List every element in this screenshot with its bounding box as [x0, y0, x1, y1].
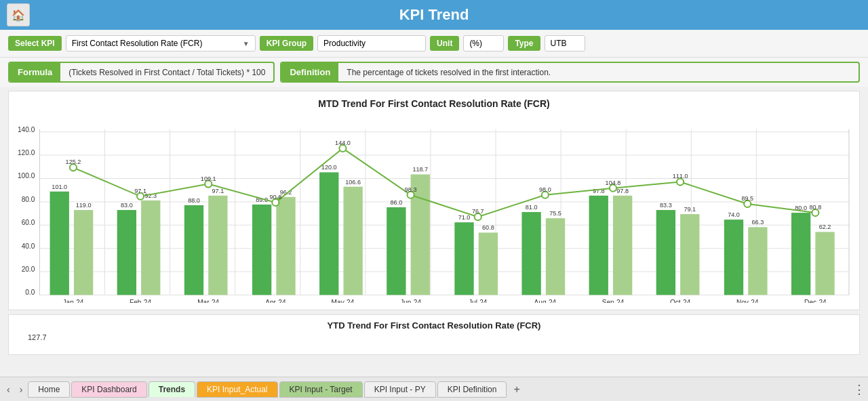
- controls-row: Select KPI First Contact Resolution Rate…: [0, 30, 868, 58]
- bar-actual-jan: [50, 192, 69, 295]
- tab-trends[interactable]: Trends: [149, 381, 195, 397]
- svg-text:Oct-24: Oct-24: [670, 299, 691, 303]
- svg-text:71.0: 71.0: [458, 214, 471, 221]
- svg-text:Sep-24: Sep-24: [602, 299, 625, 303]
- svg-text:140.0: 140.0: [18, 126, 35, 133]
- ytd-first-value: 127.7: [14, 331, 854, 341]
- bar-actual-apr: [252, 205, 271, 295]
- tab-menu-button[interactable]: ⋮: [853, 382, 865, 397]
- svg-text:109.1: 109.1: [201, 175, 216, 182]
- bar-actual-dec: [791, 213, 810, 295]
- tab-kpi-dashboard[interactable]: KPI Dashboard: [71, 381, 146, 398]
- formula-label: Formula: [9, 63, 60, 81]
- unit-value: (%): [463, 35, 504, 51]
- bar-py-jan: [74, 210, 93, 295]
- svg-text:60.8: 60.8: [482, 224, 494, 231]
- bar-actual-sep: [589, 196, 608, 295]
- bar-py-nov: [748, 227, 767, 295]
- tab-add-button[interactable]: +: [508, 381, 525, 398]
- tab-kpi-input-py[interactable]: KPI Input - PY: [364, 381, 436, 398]
- svg-text:Feb-24: Feb-24: [130, 299, 151, 303]
- bar-actual-feb: [117, 210, 136, 295]
- home-button[interactable]: 🏠: [7, 3, 30, 26]
- tab-prev-button[interactable]: ‹: [3, 381, 14, 398]
- svg-text:62.2: 62.2: [819, 224, 831, 230]
- type-value: UTB: [545, 35, 585, 51]
- definition-box: Definition The percentage of tickets res…: [280, 62, 860, 83]
- bar-actual-may: [319, 172, 338, 295]
- svg-text:Mar-24: Mar-24: [197, 299, 219, 303]
- mtd-chart-svg: 0.0 20.0 40.0 60.0 80.0 100.0 120.0 140.…: [16, 113, 852, 303]
- tab-kpi-input-target[interactable]: KPI Input - Target: [279, 381, 363, 398]
- svg-text:40.0: 40.0: [22, 242, 35, 250]
- bar-py-mar: [208, 196, 227, 295]
- bar-py-may: [343, 187, 362, 295]
- svg-text:97.1: 97.1: [134, 188, 146, 194]
- svg-text:66.3: 66.3: [752, 219, 764, 226]
- info-row: Formula (Tickets Resolved in First Conta…: [0, 58, 868, 87]
- svg-text:Dec-24: Dec-24: [804, 299, 827, 303]
- mtd-chart-area: MTD Trend For First Contact Resolution R…: [8, 91, 860, 310]
- tab-kpi-input-actual[interactable]: KPI Input_Actual: [197, 381, 277, 398]
- kpi-group-value: Productivity: [317, 35, 426, 51]
- svg-text:86.0: 86.0: [391, 199, 403, 206]
- svg-text:98.0: 98.0: [539, 186, 551, 193]
- unit-label: Unit: [430, 36, 459, 51]
- select-kpi-label: Select KPI: [8, 36, 62, 51]
- svg-text:98.3: 98.3: [405, 186, 417, 193]
- mtd-chart-title: MTD Trend For First Contact Resolution R…: [16, 98, 852, 109]
- svg-text:0.0: 0.0: [25, 289, 35, 296]
- tab-next-button[interactable]: ›: [16, 381, 27, 398]
- ytd-chart-area: YTD Trend For First Contact Resolution R…: [8, 314, 860, 355]
- mtd-chart-container: 0.0 20.0 40.0 60.0 80.0 100.0 120.0 140.…: [16, 113, 852, 303]
- svg-text:60.0: 60.0: [22, 219, 35, 226]
- svg-text:106.6: 106.6: [345, 179, 361, 186]
- svg-text:104.8: 104.8: [606, 180, 621, 186]
- bar-py-jul: [479, 232, 498, 295]
- svg-text:74.0: 74.0: [728, 211, 740, 218]
- bar-py-oct: [680, 214, 699, 295]
- svg-text:80.0: 80.0: [22, 196, 35, 203]
- svg-text:83.3: 83.3: [660, 202, 672, 209]
- tab-bar: ‹ › Home KPI Dashboard Trends KPI Input_…: [0, 377, 868, 401]
- svg-text:100.0: 100.0: [18, 173, 35, 180]
- header: 🏠 KPI Trend: [0, 0, 868, 30]
- bar-actual-mar: [184, 205, 203, 295]
- tab-home[interactable]: Home: [28, 381, 70, 398]
- bar-actual-nov: [724, 219, 743, 295]
- svg-text:89.5: 89.5: [741, 195, 753, 202]
- svg-text:Aug-24: Aug-24: [534, 299, 557, 303]
- svg-text:118.7: 118.7: [412, 166, 428, 173]
- svg-text:Nov-24: Nov-24: [736, 299, 759, 303]
- formula-content: (Tickets Resolved in First Contact / Tot…: [60, 64, 273, 81]
- type-label: Type: [508, 36, 540, 51]
- svg-text:80.8: 80.8: [810, 204, 822, 211]
- svg-text:88.0: 88.0: [188, 197, 200, 204]
- bar-actual-jun: [387, 207, 406, 295]
- formula-box: Formula (Tickets Resolved in First Conta…: [8, 62, 275, 83]
- svg-text:75.5: 75.5: [549, 210, 561, 217]
- bar-py-dec: [815, 232, 834, 295]
- svg-text:119.0: 119.0: [76, 202, 92, 209]
- tab-kpi-definition[interactable]: KPI Definition: [437, 381, 507, 398]
- svg-text:Jul-24: Jul-24: [469, 299, 488, 303]
- bar-py-feb: [141, 200, 160, 295]
- svg-text:83.0: 83.0: [121, 202, 133, 209]
- kpi-value: First Contact Resolution Rate (FCR): [72, 39, 203, 48]
- kpi-group-label: KPI Group: [260, 36, 313, 51]
- svg-text:Jan-24: Jan-24: [63, 299, 84, 303]
- svg-text:120.0: 120.0: [18, 149, 35, 156]
- svg-text:90.8: 90.8: [269, 194, 281, 200]
- svg-text:79.1: 79.1: [684, 206, 696, 213]
- svg-text:May-24: May-24: [332, 299, 355, 303]
- svg-text:Jun-24: Jun-24: [400, 299, 421, 303]
- svg-text:81.0: 81.0: [526, 204, 538, 211]
- kpi-dropdown[interactable]: First Contact Resolution Rate (FCR) ▼: [66, 35, 256, 51]
- svg-text:125.2: 125.2: [66, 159, 81, 165]
- home-icon: 🏠: [12, 9, 25, 22]
- svg-text:101.0: 101.0: [52, 184, 67, 190]
- bar-actual-jul: [454, 222, 473, 295]
- bar-actual-aug: [521, 212, 540, 295]
- svg-text:111.0: 111.0: [673, 173, 688, 180]
- svg-text:144.0: 144.0: [335, 140, 351, 146]
